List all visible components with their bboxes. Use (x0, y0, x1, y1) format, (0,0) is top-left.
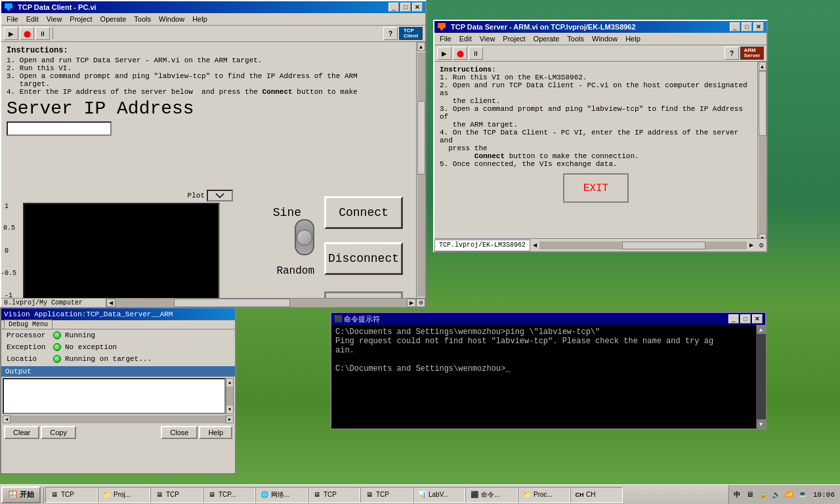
plot-selector[interactable] (207, 190, 233, 201)
taskbar-item-0[interactable]: 🖥 TCP (45, 487, 98, 503)
menu-file-client[interactable]: File (3, 14, 22, 24)
exit-btn-server-container: EXIT (440, 173, 752, 203)
server-path-tab[interactable]: TCP.lvproj/EK-LM3S8962 (434, 240, 530, 251)
copy-button[interactable]: Copy (41, 426, 76, 439)
cmd-scroll-down[interactable]: ▼ (757, 419, 766, 429)
menu-file-server[interactable]: File (436, 33, 455, 44)
tcp-server-toolbar: ▶ ⬤ ⏸ ? ARMServer (434, 45, 766, 62)
server-hscroll-left[interactable]: ◀ (530, 242, 539, 248)
client-vscrollbar[interactable]: ▲ ▼ (416, 42, 425, 307)
menu-edit-server[interactable]: Edit (455, 33, 476, 44)
start-icon: 🪟 (8, 490, 18, 499)
cmd-close[interactable]: ✕ (752, 314, 763, 324)
vscroll-up[interactable]: ▲ (417, 42, 425, 51)
tcp-server-maximize[interactable]: □ (742, 22, 752, 32)
taskbar-separator (43, 487, 44, 503)
output-scroll-up[interactable]: ▲ (226, 379, 233, 387)
cmd-text-area[interactable]: C:\Documents and Settings\wenmozhou>ping… (331, 325, 756, 417)
taskbar-item-5[interactable]: 🖥 TCP (308, 487, 360, 503)
exception-led (53, 343, 61, 351)
connect-button[interactable]: Connect (324, 196, 403, 229)
cmd-line5: C:\Documents and Settings\wenmozhou>_ (335, 364, 752, 373)
menu-edit-client[interactable]: Edit (22, 14, 43, 24)
cmd-title-bar[interactable]: ⬛ 命令提示符 _ □ ✕ (331, 313, 765, 325)
server-toolbar-help[interactable]: ? (724, 47, 739, 60)
start-button[interactable]: 🪟 开始 (1, 486, 41, 503)
taskbar-item-10[interactable]: CH CH (570, 487, 623, 503)
tcp-client-menu-bar: File Edit View Project Operate Tools Win… (1, 13, 425, 26)
exception-value: No exception (65, 343, 117, 351)
plot-label: Plot (188, 192, 205, 200)
server-hscroll-right[interactable]: ▶ (747, 242, 756, 248)
server-instructions: Instructions: 1. Run this VI on the EK-L… (440, 66, 752, 168)
menu-view-server[interactable]: View (476, 33, 499, 44)
cmd-vscroll[interactable]: ▲ ▼ (756, 325, 765, 429)
led-toggle[interactable] (295, 219, 314, 255)
cmd-scroll-up[interactable]: ▲ (757, 325, 766, 334)
toolbar-stop-btn[interactable]: ⬤ (20, 27, 34, 40)
taskbar-item-4[interactable]: 🌐 网络... (255, 487, 308, 503)
taskbar-item-9[interactable]: 📁 Proc... (518, 487, 570, 503)
menu-tools-server[interactable]: Tools (563, 33, 588, 44)
server-vscrollbar[interactable]: ▲ ▼ (757, 62, 766, 243)
client-hscrollbar: 0.lvproj/My Computer ◀ ▶ ⚙ (1, 298, 425, 307)
tcp-server-title-bar[interactable]: TCP Data Server - ARM.vi on TCP.lvproj/E… (434, 21, 766, 33)
taskbar-icon-7: 📊 (417, 490, 427, 499)
cmd-line1: C:\Documents and Settings\wenmozhou>ping… (335, 327, 752, 337)
tcp-server-close[interactable]: ✕ (753, 22, 764, 32)
taskbar-icon-5: 🖥 (312, 490, 322, 499)
close-button[interactable]: Close (161, 426, 198, 439)
menu-help-client[interactable]: Help (188, 14, 211, 24)
hscroll-left[interactable]: ◀ (106, 299, 116, 307)
tcp-client-title-bar[interactable]: TCP Data Client - PC.vi _ □ ✕ (1, 1, 425, 13)
client-tab-label[interactable]: 0.lvproj/My Computer (1, 299, 106, 307)
server-toolbar-pause[interactable]: ⏸ (469, 47, 483, 60)
server-exit-button[interactable]: EXIT (563, 173, 629, 203)
tcp-logo: TCPClient (399, 27, 423, 40)
disconnect-button[interactable]: Disconnect (324, 242, 403, 275)
cmd-icon: ⬛ (334, 315, 342, 323)
tcp-client-minimize[interactable]: _ (388, 3, 399, 12)
taskbar-item-6[interactable]: 🖥 TCP (360, 487, 413, 503)
menu-project-server[interactable]: Project (499, 33, 529, 44)
vscroll-thumb (417, 101, 425, 175)
cmd-minimize[interactable]: _ (728, 314, 739, 324)
help-button[interactable]: Help (199, 426, 232, 439)
output-vscroll[interactable]: ▲ ▼ (226, 378, 234, 414)
clear-button[interactable]: Clear (4, 426, 39, 439)
location-label: Locatio (7, 355, 49, 363)
taskbar-item-3[interactable]: 🖥 TCP... (203, 487, 255, 503)
output-hscroll-right[interactable]: ▶ (226, 415, 234, 423)
tcp-server-minimize[interactable]: _ (730, 22, 740, 32)
output-scroll-down[interactable]: ▼ (226, 406, 233, 413)
tcp-client-window-buttons: _ □ ✕ (388, 3, 423, 12)
cmd-maximize[interactable]: □ (740, 314, 751, 324)
menu-window-server[interactable]: Window (588, 33, 621, 44)
taskbar-item-8[interactable]: ⬛ 命令... (465, 487, 518, 503)
taskbar-item-1[interactable]: 📁 Proj... (98, 487, 150, 503)
toolbar-pause-btn[interactable]: ⏸ (35, 27, 50, 40)
menu-window-client[interactable]: Window (155, 14, 188, 24)
instructions-title: Instructions: (7, 46, 411, 55)
tcp-client-close[interactable]: ✕ (412, 3, 423, 12)
menu-project-client[interactable]: Project (66, 14, 96, 24)
toolbar-run-btn[interactable]: ▶ (4, 27, 18, 40)
menu-tools-client[interactable]: Tools (130, 14, 155, 24)
server-toolbar-run[interactable]: ▶ (437, 47, 452, 60)
taskbar-item-7[interactable]: 📊 LabV... (413, 487, 465, 503)
menu-help-server[interactable]: Help (621, 33, 644, 44)
menu-view-client[interactable]: View (43, 14, 66, 24)
server-vscroll-up[interactable]: ▲ (759, 62, 766, 71)
hscroll-right[interactable]: ▶ (407, 299, 416, 307)
server-toolbar-stop[interactable]: ⬤ (453, 47, 467, 60)
taskbar-item-2[interactable]: 🖥 TCP (150, 487, 203, 503)
server-ip-input[interactable] (7, 121, 112, 136)
output-text-area[interactable] (3, 378, 226, 414)
debug-menu-tab[interactable]: Debug Menu (4, 320, 52, 329)
menu-operate-server[interactable]: Operate (530, 33, 564, 44)
output-hscroll-left[interactable]: ◀ (3, 415, 10, 423)
svg-rect-1 (7, 9, 10, 10)
tcp-client-maximize[interactable]: □ (400, 3, 411, 12)
menu-operate-client[interactable]: Operate (96, 14, 131, 24)
toolbar-help-btn[interactable]: ? (383, 27, 398, 40)
